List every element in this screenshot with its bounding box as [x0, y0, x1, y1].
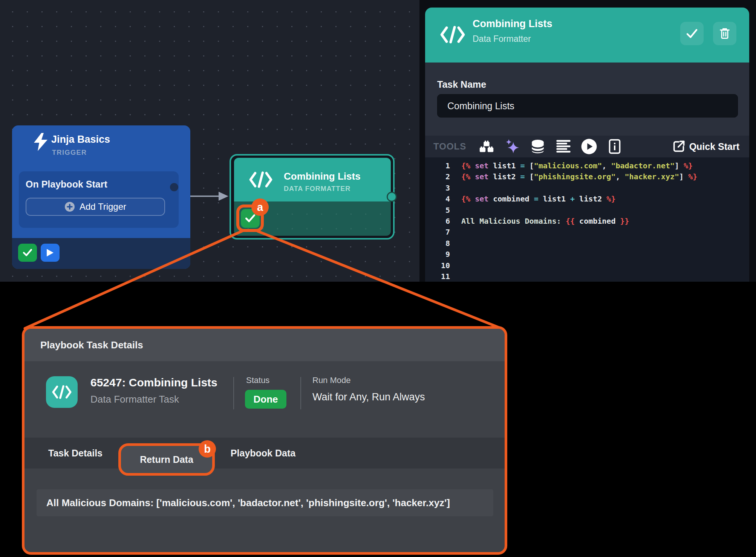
text-lines-icon[interactable]	[555, 138, 572, 155]
tab-task-details[interactable]: Task Details	[43, 438, 107, 468]
quick-start-button[interactable]: Quick Start	[673, 136, 739, 157]
tab-playbook-data[interactable]: Playbook Data	[223, 438, 303, 468]
task-config-header: Combining Lists Data Formatter	[425, 8, 749, 63]
annotation-badge-b: b	[199, 440, 216, 458]
task-config-panel: Combining Lists Data Formatter Task Name…	[425, 8, 749, 282]
line-number: 10	[425, 260, 450, 271]
task-type-icon	[46, 376, 78, 408]
tools-label: TOOLS	[433, 141, 466, 152]
line-number: 8	[425, 238, 450, 249]
run-mode-label: Run Mode	[312, 375, 351, 385]
check-icon	[245, 214, 256, 223]
tab-return-data-label: Return Data	[140, 454, 193, 465]
trash-icon	[719, 27, 730, 40]
playbook-task-details-modal: Playbook Task Details 65247: Combining L…	[22, 326, 507, 555]
line-number: 3	[425, 183, 450, 194]
line-number: 1	[425, 160, 450, 171]
code-line[interactable]: 5	[425, 205, 749, 216]
annotation-badge-a: a	[251, 198, 269, 216]
info-document-icon[interactable]	[606, 138, 623, 155]
code-line[interactable]: 6All Malicious Domains: {{ combined }}	[425, 216, 749, 227]
formatter-node-header: Combining Lists DATA FORMATTER	[234, 158, 391, 201]
modal-title: Playbook Task Details	[40, 329, 143, 361]
external-link-icon	[673, 140, 685, 153]
code-icon	[440, 26, 465, 44]
code-line[interactable]: 8	[425, 238, 749, 249]
play-circle-icon[interactable]	[580, 138, 598, 155]
formatter-node-type-label: DATA FORMATTER	[284, 185, 350, 193]
status-value: Done	[254, 394, 278, 405]
formatter-node-title: Combining Lists	[284, 171, 361, 182]
code-line[interactable]: 10	[425, 260, 749, 271]
line-number: 6	[425, 216, 450, 227]
code-line[interactable]: 7	[425, 227, 749, 238]
check-icon	[22, 248, 33, 257]
modal-header: Playbook Task Details	[24, 329, 505, 361]
task-type-label: Data Formatter Task	[90, 394, 179, 405]
add-trigger-button[interactable]: Add Trigger	[26, 198, 165, 216]
trigger-output-port[interactable]	[170, 183, 178, 191]
formatter-output-port[interactable]	[387, 192, 397, 202]
database-icon[interactable]	[529, 138, 546, 155]
plus-circle-icon	[64, 201, 75, 212]
trigger-node-footer	[12, 238, 190, 269]
line-number: 5	[425, 205, 450, 216]
panel-subtitle: Data Formatter	[473, 34, 531, 44]
code-line[interactable]: 9	[425, 249, 749, 260]
code-icon	[249, 171, 272, 188]
play-icon	[46, 248, 54, 257]
task-id-and-name: 65247: Combining Lists	[90, 376, 217, 389]
trigger-event-card[interactable]: On Playbook Start Add Trigger	[19, 171, 179, 228]
line-number: 2	[425, 171, 450, 182]
code-line[interactable]: 3	[425, 183, 749, 194]
trigger-run-button[interactable]	[41, 244, 60, 262]
accept-button[interactable]	[680, 22, 704, 45]
delete-button[interactable]	[713, 22, 736, 45]
line-number: 4	[425, 194, 450, 204]
run-mode-value: Wait for Any, Run Always	[312, 391, 425, 403]
trigger-node[interactable]: Jinja Basics TRIGGER On Playbook Start A…	[12, 125, 190, 269]
code-icon	[52, 385, 72, 399]
trigger-node-type-label: TRIGGER	[52, 149, 87, 157]
line-number: 7	[425, 227, 450, 238]
add-trigger-label: Add Trigger	[80, 201, 126, 212]
code-line[interactable]: 4{% set combined = list1 + list2 %}	[425, 194, 749, 204]
playbook-canvas[interactable]: Jinja Basics TRIGGER On Playbook Start A…	[0, 0, 419, 282]
return-data-output: All Malicious Domains: ['malicious.com',…	[37, 489, 493, 516]
task-name-input[interactable]: Combining Lists	[437, 94, 738, 118]
code-line[interactable]: 11	[425, 271, 749, 282]
trigger-success-button[interactable]	[18, 244, 37, 262]
task-name-label: Task Name	[437, 79, 486, 90]
tools-toolbar: TOOLS	[425, 136, 749, 157]
line-number: 11	[425, 271, 450, 282]
panel-title: Combining Lists	[473, 18, 552, 30]
divider	[300, 377, 301, 409]
trigger-node-title: Jinja Basics	[51, 134, 110, 145]
blocks-icon[interactable]	[478, 138, 495, 155]
code-line[interactable]: 1{% set list1 = ["malicious.com", "badac…	[425, 160, 749, 171]
return-data-text: All Malicious Domains: ['malicious.com',…	[46, 497, 450, 509]
modal-tabs: Task Details Playbook Data	[24, 438, 505, 468]
task-name-value: Combining Lists	[447, 101, 514, 111]
status-badge: Done	[245, 390, 286, 409]
code-line[interactable]: 2{% set list2 = ["phishingsite.org", "ha…	[425, 171, 749, 182]
status-label: Status	[246, 375, 269, 385]
lightning-icon	[32, 132, 50, 152]
code-editor[interactable]: 1{% set list1 = ["malicious.com", "badac…	[425, 157, 749, 282]
line-number: 9	[425, 249, 450, 260]
check-icon	[686, 28, 698, 39]
quick-start-label: Quick Start	[689, 141, 739, 152]
ai-sparkles-icon[interactable]	[503, 138, 521, 155]
trigger-event-label: On Playbook Start	[26, 179, 107, 190]
divider	[233, 377, 234, 409]
